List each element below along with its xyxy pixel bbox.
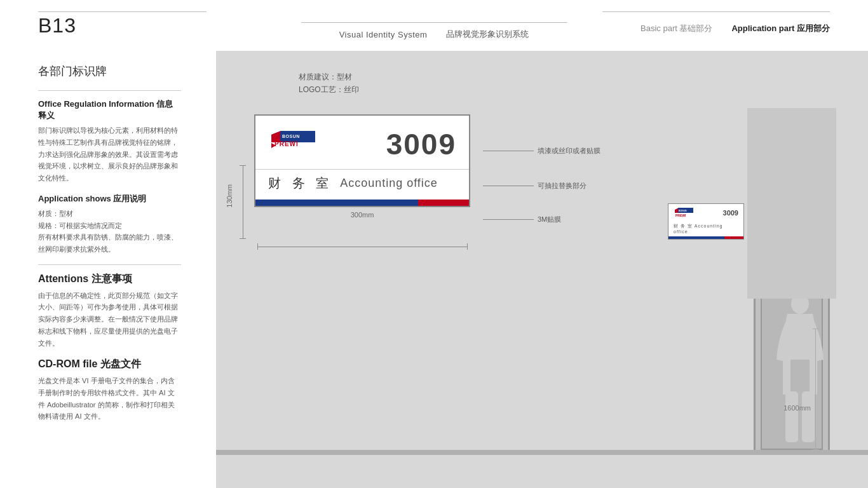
header-brand-row: Visual Identity System 品牌视觉形象识别系统 <box>339 29 529 40</box>
annot-2-container: 可抽拉替换部分 <box>483 181 587 191</box>
annot-3-text: 3M贴膜 <box>538 215 561 224</box>
small-stripe-blue <box>668 236 724 239</box>
header-center-inner: Visual Identity System 品牌视觉形象识别系统 <box>339 11 529 40</box>
small-sign-num: 3009 <box>700 209 738 217</box>
brand-en: Visual Identity System <box>339 30 428 39</box>
section-cdrom-body: 光盘文件是本 VI 手册电子文件的集合，内含手册制作时的专用软件格式文件。其中 … <box>38 375 181 423</box>
annot-2-line <box>483 186 534 186</box>
dim-1600-line <box>815 329 816 450</box>
section-application: Application shows 应用说明 材质：型材规格：可根据实地情况而定… <box>38 193 181 255</box>
bracket-bottom <box>240 238 246 239</box>
header-right: Basic part 基础部分 Application part 应用部分 <box>641 0 830 51</box>
small-sign-stripe <box>668 236 743 239</box>
svg-rect-12 <box>802 391 815 442</box>
nav-application: Application part 应用部分 <box>731 23 830 34</box>
sign-area: 130mm <box>254 114 470 219</box>
main: 各部门标识牌 Office Regulation Information 信息释… <box>0 51 868 488</box>
header-line <box>38 11 207 12</box>
person-silhouette <box>771 290 829 451</box>
material-note-line2: LOGO工艺：丝印 <box>299 85 359 95</box>
sign-top-row: BOSUN PREWI 3009 <box>255 116 469 169</box>
bracket-top <box>240 165 246 166</box>
annot-1-container: 填漆或丝印或者贴膜 <box>483 146 600 156</box>
section-cdrom-title: CD-ROM file 光盘文件 <box>38 358 181 371</box>
sidebar-title: 各部门标识牌 <box>38 64 181 79</box>
width-line <box>257 247 467 247</box>
annot-2-text: 可抽拉替换部分 <box>538 181 587 191</box>
section-attentions-body: 由于信息的不确定性，此页部分规范（如文字大小、间距等）可作为参考使用，具体可根据… <box>38 290 181 349</box>
width-right <box>467 243 468 250</box>
header: B13 Visual Identity System 品牌视觉形象识别系统 Ba… <box>0 0 868 51</box>
stripe-red <box>418 200 469 206</box>
svg-text:BOSUN: BOSUN <box>282 134 300 139</box>
annot-3-container: 3M贴膜 <box>483 215 561 224</box>
brand-cn: 品牌视觉形象识别系统 <box>446 29 529 40</box>
section-application-title: Application shows 应用说明 <box>38 193 181 205</box>
divider-2 <box>38 264 181 265</box>
annot-1-text: 填漆或丝印或者贴膜 <box>538 146 600 156</box>
section-attentions: Attentions 注意事项 由于信息的不确定性，此页部分规范（如文字大小、间… <box>38 273 181 349</box>
header-center: Visual Identity System 品牌视觉形象识别系统 <box>339 0 529 51</box>
sign-stripe <box>255 200 469 206</box>
svg-rect-11 <box>785 391 798 442</box>
width-left <box>257 243 258 250</box>
section-regulation-title: Office Regulation Information 信息释义 <box>38 98 181 121</box>
bracket-line-v <box>243 165 243 238</box>
svg-text:PREWI: PREWI <box>275 140 299 147</box>
annot-3-line <box>483 219 534 220</box>
material-note-line1: 材质建议：型材 <box>299 70 359 85</box>
sign-cn-name: 财 务 室 <box>268 175 332 192</box>
small-sign-container: BOSUN PREWI 3009 财 务 室 Accounting office <box>668 203 744 240</box>
section-regulation-body: 部门标识牌以导视为核心元素，利用材料的特性与特殊工艺制作具有品牌视觉特征的铭牌，… <box>38 125 181 184</box>
small-sign-logo: BOSUN PREWI <box>674 207 700 219</box>
stripe-blue <box>255 200 418 206</box>
dim-height-label: 130mm <box>226 184 233 208</box>
material-notes: 材质建议：型材 LOGO工艺：丝印 <box>299 70 359 95</box>
header-right-line <box>602 11 830 12</box>
annot-1-line <box>483 151 534 151</box>
floor-line <box>216 450 868 455</box>
wall-section <box>747 108 836 299</box>
section-attentions-title: Attentions 注意事项 <box>38 273 181 286</box>
small-sign-card: BOSUN PREWI 3009 财 务 室 Accounting office <box>668 203 744 240</box>
person-svg <box>771 290 829 449</box>
sign-card: BOSUN PREWI 3009 财 务 室 Accounting office <box>254 114 470 207</box>
sign-room-number: 3009 <box>329 127 456 161</box>
dim-width-label: 300mm <box>254 211 470 219</box>
section-regulation: Office Regulation Information 信息释义 部门标识牌… <box>38 98 181 184</box>
section-cdrom: CD-ROM file 光盘文件 光盘文件是本 VI 手册电子文件的集合，内含手… <box>38 358 181 423</box>
dim-1600-label: 1600mm <box>783 404 811 412</box>
sign-logo: BOSUN PREWI <box>268 130 329 159</box>
logo-svg: BOSUN PREWI <box>268 130 329 156</box>
section-application-body: 材质：型材规格：可根据实地情况而定所有材料要求具有防锈、防腐的能力，喷漆、丝网印… <box>38 208 181 255</box>
nav-basic: Basic part 基础部分 <box>641 23 712 34</box>
small-sign-top: BOSUN PREWI 3009 <box>668 204 743 222</box>
divider-1 <box>38 90 181 91</box>
header-center-line <box>301 22 567 23</box>
small-stripe-red <box>724 236 743 239</box>
dim-1600-top <box>813 329 819 329</box>
svg-text:BOSUN: BOSUN <box>679 210 687 212</box>
header-left: B13 <box>38 14 254 37</box>
small-sign-cn: 财 务 室 <box>674 224 693 228</box>
sign-middle-row: 财 务 室 Accounting office <box>255 170 469 200</box>
sidebar: 各部门标识牌 Office Regulation Information 信息释… <box>0 51 216 488</box>
small-sign-middle: 财 务 室 Accounting office <box>668 222 743 236</box>
svg-text:PREWI: PREWI <box>675 214 686 217</box>
page-id: B13 <box>38 14 254 37</box>
sign-en-name: Accounting office <box>340 177 438 190</box>
content-area: 材质建议：型材 LOGO工艺：丝印 130mm <box>216 51 868 488</box>
